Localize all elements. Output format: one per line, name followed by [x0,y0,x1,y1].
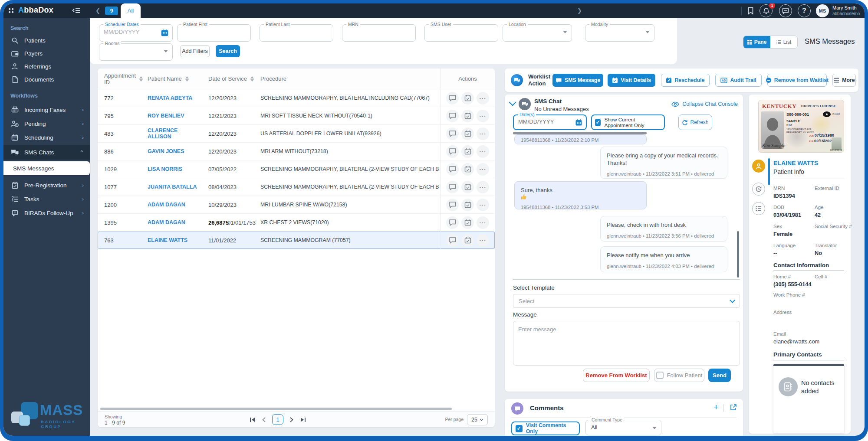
tab-all[interactable]: All [121,3,141,18]
patient-name-link[interactable]: ROY BENLIEV [141,113,202,119]
add-filters-button[interactable]: Add Filters [180,45,210,57]
user-avatar[interactable]: MS [816,4,829,17]
patient-name-link[interactable]: CLARENCE ALLISON [141,127,202,140]
message-textarea[interactable] [513,321,740,366]
comment-type-field[interactable]: Comment Type All [585,420,661,435]
row-schedule-button[interactable] [461,145,474,158]
current-page[interactable]: 1 [272,414,283,425]
chat-date-input[interactable] [518,118,566,125]
pane-view-button[interactable]: Pane [743,36,770,48]
sidebar-item-birads-follow-up[interactable]: BIRADs Follow-Up› [3,206,90,219]
patient-info-tab-icon[interactable] [752,160,765,173]
row-more-button[interactable]: ··· [477,181,489,193]
mrn-field[interactable]: MRN [342,24,416,42]
tab-scroll-left-icon[interactable]: ❮ [95,7,100,14]
row-chat-button[interactable] [446,216,459,229]
row-chat-button[interactable] [446,199,459,211]
table-row[interactable]: 1395ADAM DAGAN26,687501/01/1753XR CHEST … [98,214,495,232]
patient-name-link[interactable]: LISA NORRIS [141,166,202,172]
calendar-icon[interactable] [161,29,168,36]
sms-user-input[interactable] [429,29,480,35]
checkbox-checked-icon[interactable]: ✓ [595,119,601,126]
row-schedule-button[interactable] [461,199,474,211]
tab-scroll-right-icon[interactable]: ❯ [577,7,582,14]
list-view-button[interactable]: List [770,36,797,48]
table-row[interactable]: 886GAVIN JONES12/20/2023MRI ARM WITHOUT(… [98,143,495,160]
history-tab-icon[interactable] [752,183,765,196]
row-more-button[interactable]: ··· [477,92,489,105]
collapse-sidebar-icon[interactable] [72,7,81,14]
row-schedule-button[interactable] [461,92,474,105]
audit-trail-button[interactable]: ADAudit Trail [715,74,762,87]
remove-from-worklist-button[interactable]: Remove From Worklist [583,369,650,382]
row-chat-button[interactable] [446,145,459,158]
sidebar-item-referrings[interactable]: Referrings [3,60,90,73]
sort-icon[interactable] [250,76,254,82]
sidebar-item-pre-registration[interactable]: Pre-Registration› [3,179,90,192]
table-row[interactable]: 483CLARENCE ALLISON12/20/2023US ARTERIAL… [98,125,495,143]
patient-last-input[interactable] [264,29,316,35]
row-chat-button[interactable] [446,163,459,176]
apps-grid-icon[interactable] [8,7,15,14]
column-patient-name[interactable]: Patient Name [141,75,202,82]
visit-details-button[interactable]: Visit Details [608,74,655,87]
sidebar-item-sms-chats[interactable]: SMS Chats⌃ [3,145,90,160]
sidebar-item-payers[interactable]: Payers [3,47,90,60]
sms-inbox-icon[interactable] [779,4,792,17]
row-schedule-button[interactable] [461,216,474,229]
sms-user-field[interactable]: SMS User [424,24,498,42]
row-more-button[interactable]: ··· [477,234,489,247]
sidebar-item-scheduling[interactable]: Scheduling› [3,131,90,144]
horizontal-scrollbar[interactable] [100,408,452,410]
sidebar-item-patients[interactable]: Patients [3,34,90,47]
column-procedure[interactable]: Procedure [254,75,441,82]
calendar-icon[interactable] [575,119,582,126]
table-row[interactable]: 1077JUANITA BATALLA08/04/2023SCREENING M… [98,178,495,196]
checklist-tab-icon[interactable] [752,202,765,215]
tab-count-badge[interactable]: 9 [105,7,118,15]
table-row[interactable]: 795ROY BENLIEV12/21/2023MRI SOFT TISSUE … [98,107,495,125]
help-icon[interactable]: ? [798,4,811,17]
row-chat-button[interactable] [446,127,459,140]
last-page-icon[interactable] [300,417,306,422]
remove-from-waitlist-button[interactable]: Remove from Waitlist [767,74,827,87]
checkbox-checked-icon[interactable]: ✓ [516,425,523,432]
patient-name-link[interactable]: ELAINE WATTS [141,237,202,243]
checkbox-unchecked-icon[interactable] [656,372,664,379]
row-more-button[interactable]: ··· [477,127,489,140]
chat-date-field[interactable]: Date(s) [513,114,587,130]
refresh-button[interactable]: Refresh [678,114,712,130]
template-select[interactable]: Select [513,294,740,308]
sidebar-item-incoming-faxes[interactable]: Incoming Faxes› [3,103,90,116]
patient-name-link[interactable]: ADAM DAGAN [141,219,202,225]
patient-name-link[interactable]: GAVIN JONES [141,148,202,154]
patient-name-link[interactable]: RENATA ABEYTA [141,95,202,101]
patient-first-input[interactable] [182,29,233,35]
row-more-button[interactable]: ··· [477,216,489,229]
row-schedule-button[interactable] [461,181,474,193]
row-more-button[interactable]: ··· [477,199,489,211]
row-schedule-button[interactable] [461,127,474,140]
sidebar-item-tasks[interactable]: Tasks› [3,193,90,206]
row-chat-button[interactable] [446,110,459,122]
chat-scrollbar-vertical[interactable] [737,231,739,278]
row-more-button[interactable]: ··· [477,163,489,176]
sms-message-button[interactable]: SMS Message [552,74,603,87]
column-date-of-service[interactable]: Date of Service [202,75,254,82]
show-current-appointment-toggle[interactable]: ✓ Show Current Appointment Only [591,114,665,130]
search-button[interactable]: Search [216,45,240,57]
rooms-field[interactable]: Rooms [99,43,173,61]
row-schedule-button[interactable] [461,110,474,122]
table-row[interactable]: 772RENATA ABEYTA12/20/2023SCREENING MAMM… [98,89,495,107]
patient-first-field[interactable]: Patient First [177,24,251,42]
next-page-icon[interactable] [289,417,294,422]
previous-page-icon[interactable] [262,417,266,422]
location-field[interactable]: Location [503,24,572,42]
patient-last-field[interactable]: Patient Last [260,24,333,42]
column-appointment-id[interactable]: Appointment ID [98,72,141,85]
user-info[interactable]: Mary Smith abbadoxdemo [832,5,864,17]
table-row[interactable]: 763ELAINE WATTS11/01/2022SCREENING MAMMO… [98,232,495,249]
scheduler-dates-input[interactable] [104,29,155,35]
add-comment-icon[interactable]: + [713,402,719,412]
collapse-section-chevron-icon[interactable] [509,99,516,106]
